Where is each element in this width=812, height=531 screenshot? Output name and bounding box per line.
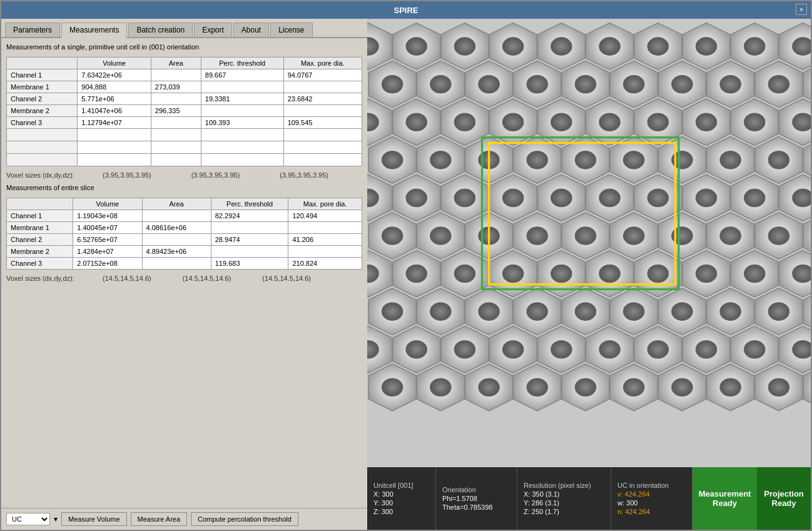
svg-point-268: [720, 378, 741, 397]
voxel2-label: Voxel sizes (dx,dy,dz):: [6, 275, 94, 282]
svg-point-182: [647, 265, 669, 283]
left-panel: Parameters Measurements Batch creation E…: [1, 19, 367, 530]
tab-export[interactable]: Export: [194, 23, 232, 37]
voxel1-label: Voxel sizes (dx,dy,dz):: [6, 171, 94, 179]
col2-maxpore: Max. pore dia.: [288, 198, 362, 210]
voxel1-v3: (3.95,3.95,3.95): [280, 171, 328, 179]
svg-point-32: [430, 75, 452, 93]
tab-parameters[interactable]: Parameters: [5, 23, 60, 37]
tab-license[interactable]: License: [270, 23, 312, 37]
row-volume: 1.4284e+07: [73, 246, 142, 258]
bottom-action-bar: UC ▾ Measure Volume Measure Area Compute…: [1, 508, 367, 530]
svg-point-142: [382, 227, 403, 245]
row-maxpore: [288, 222, 362, 234]
section1-title: Measurements of a single, primitive unit…: [6, 43, 362, 51]
svg-point-172: [406, 265, 427, 283]
svg-point-8: [502, 38, 524, 56]
compute-percolation-button[interactable]: Compute percolation threshold: [191, 512, 298, 526]
table-row: Membrane 1 904,888 273,039: [7, 81, 362, 93]
svg-point-132: [793, 189, 811, 207]
row-volume: 6.52765e+07: [73, 234, 142, 246]
row-name: Membrane 1: [7, 81, 78, 93]
right-panel: Unitcell [001] X: 300 Y: 300 Z: 300: [367, 19, 811, 530]
svg-point-152: [623, 227, 644, 245]
row-maxpore: 94.0767: [283, 69, 362, 81]
row-name: Channel 1: [7, 69, 78, 81]
col2-area: Area: [142, 198, 211, 210]
main-content: Parameters Measurements Batch creation E…: [1, 19, 811, 530]
row-name: Channel 3: [7, 117, 78, 129]
svg-point-178: [551, 265, 572, 283]
voxel2-v3: (14.5,14.5,14.6): [262, 275, 311, 282]
table-row: [7, 129, 362, 141]
voxel1-v1: (3.95,3.95,3.95): [103, 171, 151, 179]
table-row: Membrane 2 1.4284e+07 4.89423e+06: [7, 246, 362, 258]
svg-point-212: [720, 303, 741, 321]
svg-point-156: [720, 227, 741, 245]
row-maxpore: [288, 246, 362, 258]
status-orientation: Orientation Phi=1.5708 Theta=0.785398: [436, 467, 517, 530]
uc-w-value: w: 300: [617, 499, 686, 507]
svg-point-232: [502, 340, 524, 358]
svg-point-158: [768, 227, 789, 245]
row-name: Channel 3: [7, 258, 73, 270]
svg-point-46: [768, 75, 789, 93]
unitcell-label: Unitcell [001]: [373, 482, 429, 489]
svg-point-86: [382, 151, 403, 169]
res-z: Z: 250 (1.7): [524, 508, 604, 515]
row-perc: 119.683: [211, 258, 288, 270]
row-area: 4.08616e+06: [142, 222, 211, 234]
svg-point-260: [527, 378, 548, 397]
svg-point-76: [793, 113, 811, 131]
row-volume: 904,888: [78, 81, 151, 93]
svg-point-262: [575, 378, 596, 397]
tab-batch[interactable]: Batch creation: [128, 23, 193, 37]
uc-v-value: v: 424.264: [617, 490, 686, 498]
svg-point-206: [575, 303, 596, 321]
close-button[interactable]: ×: [796, 4, 807, 15]
svg-point-14: [647, 38, 669, 56]
svg-point-16: [696, 38, 717, 56]
col2-perc: Perc. threshold: [211, 198, 288, 210]
ready-top-label: Measurement: [699, 489, 751, 498]
svg-point-124: [599, 189, 621, 207]
unitcell-y: Y: 300: [373, 499, 429, 507]
status-uc-orientation: UC in orientation v: 424.264 w: 300 n: 4…: [611, 467, 693, 530]
svg-point-70: [647, 113, 669, 131]
dropdown-arrow-icon: ▾: [54, 515, 58, 523]
measure-area-button[interactable]: Measure Area: [131, 512, 187, 526]
row-perc: 89.667: [201, 69, 283, 81]
viewport-canvas: [367, 19, 811, 467]
tab-about[interactable]: About: [233, 23, 269, 37]
svg-point-184: [696, 265, 717, 283]
tab-bar: Parameters Measurements Batch creation E…: [1, 19, 367, 38]
unitcell-z: Z: 300: [373, 508, 429, 515]
svg-point-230: [454, 340, 475, 358]
svg-point-188: [793, 265, 811, 283]
uc-dropdown[interactable]: UC: [6, 513, 50, 525]
svg-point-72: [696, 113, 717, 131]
svg-point-270: [768, 378, 789, 397]
row-name: Membrane 2: [7, 246, 73, 258]
measure-volume-button[interactable]: Measure Volume: [61, 512, 127, 526]
row-maxpore: [283, 105, 362, 117]
table-row: Channel 1 7.63422e+06 89.667 94.0767: [7, 69, 362, 81]
row-name: Channel 1: [7, 210, 73, 222]
row-perc: 19.3381: [201, 93, 283, 105]
resolution-label: Resolution (pixel size): [524, 482, 604, 489]
row-volume: 1.41047e+06: [78, 105, 151, 117]
svg-point-40: [623, 75, 644, 93]
table-row: Channel 2 6.52765e+07 28.9474 41.206: [7, 234, 362, 246]
svg-point-150: [575, 227, 596, 245]
voxel2-v2: (14.5,14.5,14.6): [183, 275, 231, 282]
row-perc: [211, 222, 288, 234]
svg-point-4: [406, 38, 427, 56]
svg-point-198: [382, 303, 403, 321]
svg-point-20: [793, 38, 811, 56]
svg-point-240: [696, 340, 717, 358]
uc-orient-label: UC in orientation: [617, 482, 686, 489]
tab-measurements[interactable]: Measurements: [61, 23, 127, 38]
svg-point-236: [599, 340, 621, 358]
res-x: X: 350 (3.1): [524, 490, 604, 498]
row-volume: 2.07152e+08: [73, 258, 142, 270]
